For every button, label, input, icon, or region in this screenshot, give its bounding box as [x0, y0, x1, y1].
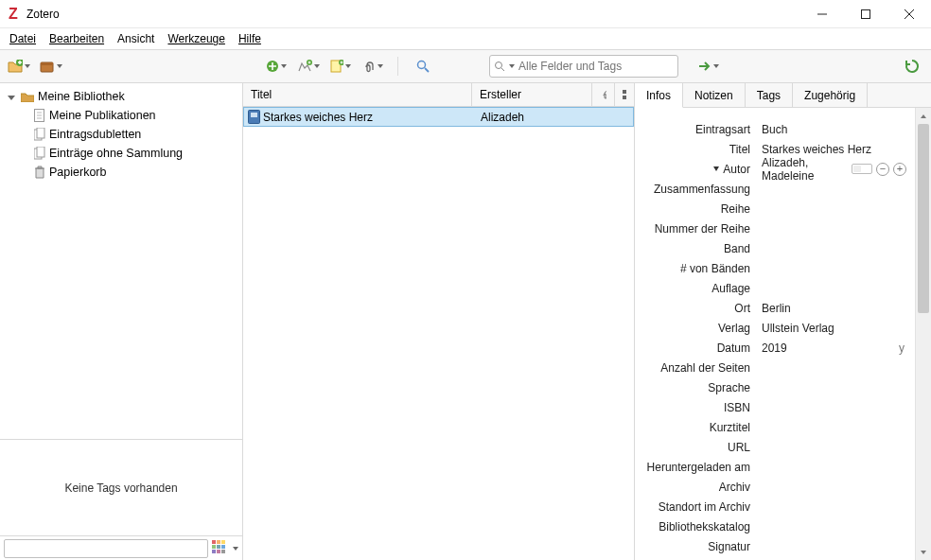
field-label-title: Titel: [635, 143, 756, 156]
creator-type-dropdown[interactable]: [713, 166, 719, 171]
new-note-button[interactable]: [327, 55, 354, 78]
item-title: Starkes weiches Herz: [263, 111, 473, 124]
date-hint: y: [899, 341, 905, 355]
column-picker-icon: [623, 90, 626, 99]
detail-scrollbar[interactable]: [915, 108, 931, 560]
tree-item-label: Papierkorb: [49, 166, 106, 179]
app-icon: Z: [6, 7, 21, 22]
item-details-pane: Infos Notizen Tags Zugehörig Eintragsart…: [635, 83, 931, 560]
attachment-icon: [600, 89, 606, 100]
field-value-author[interactable]: Alizadeh, Madeleine: [756, 156, 852, 183]
unfiled-icon: [34, 147, 45, 160]
items-header: Titel Ersteller: [243, 83, 634, 107]
tree-item-label: Einträge ohne Sammlung: [49, 147, 183, 160]
menu-file[interactable]: Datei: [9, 32, 36, 45]
svg-line-12: [425, 68, 429, 72]
svg-rect-25: [623, 96, 626, 99]
trash-icon: [34, 166, 45, 179]
column-attachment[interactable]: [592, 83, 615, 106]
minimize-button[interactable]: [800, 0, 844, 28]
maximize-button[interactable]: [844, 0, 887, 28]
svg-line-14: [501, 68, 504, 71]
menu-view[interactable]: Ansicht: [117, 32, 154, 45]
svg-rect-28: [251, 113, 257, 117]
tree-item-unfiled[interactable]: Einträge ohne Sammlung: [0, 144, 242, 163]
new-library-button[interactable]: [38, 55, 64, 78]
menu-tools[interactable]: Werkzeuge: [167, 32, 224, 45]
search-mode-dropdown[interactable]: [509, 64, 515, 68]
scroll-up-icon[interactable]: [916, 108, 931, 124]
column-menu[interactable]: [615, 83, 634, 106]
tab-info[interactable]: Infos: [635, 83, 683, 108]
tree-item-duplicates[interactable]: Eintragsdubletten: [0, 125, 242, 144]
field-label-shorttitle: Kurztitel: [635, 421, 756, 434]
swap-name-button[interactable]: [852, 164, 872, 174]
tree-item-label: Eintragsdubletten: [49, 128, 141, 141]
library-label: Meine Bibliothek: [38, 90, 125, 103]
duplicates-icon: [34, 128, 45, 141]
collections-tree[interactable]: Meine Bibliothek Meine Publikationen Ein…: [0, 83, 242, 439]
advanced-search-button[interactable]: [410, 55, 436, 78]
field-value-date[interactable]: 2019: [756, 341, 931, 355]
svg-rect-22: [37, 147, 44, 157]
tab-notes[interactable]: Notizen: [683, 83, 746, 107]
field-label-series: Reihe: [635, 202, 756, 216]
window-title: Zotero: [26, 8, 60, 21]
no-tags-message: Keine Tags vorhanden: [0, 440, 242, 535]
add-creator-button[interactable]: +: [893, 163, 906, 176]
search-input[interactable]: [518, 56, 677, 77]
separator: [397, 57, 398, 76]
new-item-button[interactable]: [263, 55, 290, 78]
tree-item-label: Meine Publikationen: [49, 109, 156, 122]
items-pane: Titel Ersteller Starkes weiches Herz Ali…: [243, 83, 635, 560]
tab-related[interactable]: Zugehörig: [793, 83, 868, 107]
tree-item-publications[interactable]: Meine Publikationen: [0, 106, 242, 125]
tag-menu-dropdown[interactable]: [233, 547, 238, 551]
tag-color-button[interactable]: [212, 540, 229, 557]
svg-point-13: [496, 62, 502, 69]
close-button[interactable]: [887, 0, 931, 28]
column-creator[interactable]: Ersteller: [472, 83, 592, 106]
column-title[interactable]: Titel: [243, 83, 472, 106]
new-collection-button[interactable]: [6, 55, 32, 78]
tag-selector: Keine Tags vorhanden: [0, 439, 242, 560]
svg-rect-20: [37, 128, 44, 138]
locate-button[interactable]: [695, 55, 722, 78]
svg-rect-6: [41, 62, 53, 65]
scroll-thumb[interactable]: [918, 124, 929, 313]
search-field[interactable]: [489, 55, 678, 78]
field-label-url: URL: [635, 441, 756, 454]
search-icon: [494, 61, 505, 72]
menu-edit[interactable]: Bearbeiten: [49, 32, 104, 45]
add-by-id-button[interactable]: [295, 55, 322, 78]
collections-pane: Meine Bibliothek Meine Publikationen Ein…: [0, 83, 243, 560]
field-label-archive: Archiv: [635, 481, 756, 494]
field-value-itemtype[interactable]: Buch: [756, 123, 931, 136]
item-creator: Alizadeh: [473, 111, 633, 124]
svg-rect-23: [623, 90, 626, 94]
scroll-down-icon[interactable]: [916, 544, 931, 560]
menu-help[interactable]: Hilfe: [238, 32, 261, 45]
field-label-edition: Auflage: [635, 282, 756, 295]
expand-icon[interactable]: [8, 90, 17, 103]
attach-button[interactable]: [360, 55, 386, 78]
sync-button[interactable]: [899, 55, 925, 78]
field-label-pages: Anzahl der Seiten: [635, 361, 756, 375]
field-label-archiveloc: Standort im Archiv: [635, 500, 756, 514]
tree-item-trash[interactable]: Papierkorb: [0, 163, 242, 182]
field-value-publisher[interactable]: Ullstein Verlag: [756, 322, 931, 335]
titlebar: Z Zotero: [0, 0, 931, 28]
item-row[interactable]: Starkes weiches Herz Alizadeh: [243, 107, 634, 127]
tab-tags[interactable]: Tags: [746, 83, 793, 107]
field-label-publisher: Verlag: [635, 322, 756, 335]
field-label-volume: Band: [635, 242, 756, 255]
field-label-itemtype: Eintragsart: [635, 123, 756, 136]
field-value-title[interactable]: Starkes weiches Herz: [756, 143, 931, 156]
tag-filter-input[interactable]: [4, 539, 208, 558]
menubar: Datei Bearbeiten Ansicht Werkzeuge Hilfe: [0, 28, 931, 49]
field-value-place[interactable]: Berlin: [756, 302, 931, 315]
field-label-language: Sprache: [635, 381, 756, 394]
remove-creator-button[interactable]: −: [876, 163, 889, 176]
library-root[interactable]: Meine Bibliothek: [0, 87, 242, 106]
field-label-author: Autor: [723, 163, 750, 176]
